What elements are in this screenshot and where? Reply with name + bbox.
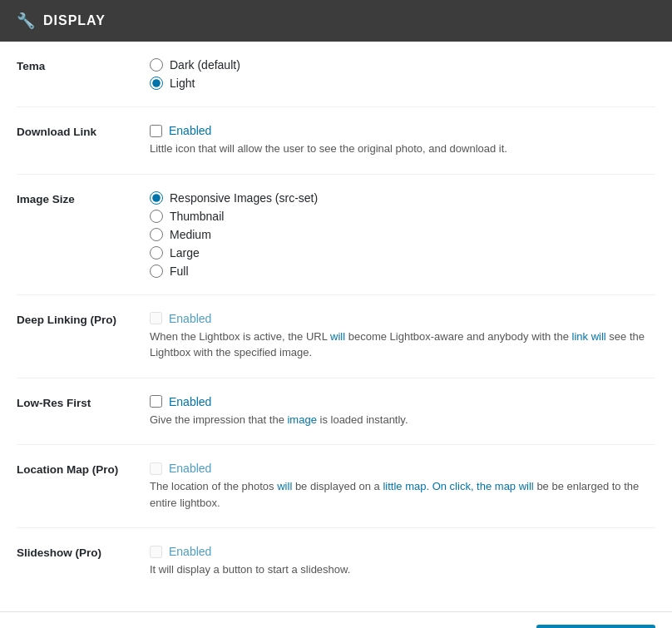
tema-radio-group: Dark (default) Light <box>150 58 655 90</box>
image-size-responsive-option[interactable]: Responsive Images (src-set) <box>150 191 655 205</box>
deep-linking-checkbox-label[interactable]: Enabled <box>169 312 211 325</box>
image-size-medium-radio[interactable] <box>150 228 163 241</box>
download-link-checkbox-label[interactable]: Enabled <box>169 124 211 137</box>
image-size-large-option[interactable]: Large <box>150 246 655 260</box>
slideshow-control: Enabled It will display a button to star… <box>150 545 655 578</box>
tema-dark-label: Dark (default) <box>170 58 240 72</box>
header: 🔧 DISPLAY <box>0 0 672 42</box>
image-size-row: Image Size Responsive Images (src-set) T… <box>17 175 655 295</box>
deep-linking-checkbox[interactable] <box>150 312 162 324</box>
low-res-label: Low-Res First <box>17 395 150 409</box>
page-container: 🔧 DISPLAY Tema Dark (default) Light <box>0 0 672 628</box>
location-map-control: Enabled The location of the photos will … <box>150 462 655 511</box>
image-size-medium-option[interactable]: Medium <box>150 228 655 241</box>
tema-label: Tema <box>17 58 150 72</box>
download-link-row: Download Link Enabled Little icon that w… <box>17 107 655 175</box>
slideshow-row: Slideshow (Pro) Enabled It will display … <box>17 528 655 595</box>
footer: Guardar cambios <box>0 611 672 629</box>
header-title: DISPLAY <box>43 13 106 28</box>
low-res-checkbox-label[interactable]: Enabled <box>169 395 211 408</box>
slideshow-checkbox-label[interactable]: Enabled <box>169 545 211 558</box>
tema-light-radio[interactable] <box>150 77 163 90</box>
image-size-thumbnail-radio[interactable] <box>150 210 163 223</box>
download-link-description: Little icon that will allow the user to … <box>150 141 655 157</box>
low-res-control: Enabled Give the impression that the ima… <box>150 395 655 428</box>
slideshow-checkbox-item: Enabled <box>150 545 655 558</box>
download-link-checkbox[interactable] <box>150 125 162 137</box>
download-link-checkbox-item: Enabled <box>150 124 655 137</box>
deep-linking-label: Deep Linking (Pro) <box>17 312 150 326</box>
image-size-radio-group: Responsive Images (src-set) Thumbnail Me… <box>150 191 655 278</box>
tema-light-option[interactable]: Light <box>150 77 655 90</box>
slideshow-label: Slideshow (Pro) <box>17 545 150 559</box>
location-map-checkbox[interactable] <box>150 462 162 475</box>
tema-row: Tema Dark (default) Light <box>17 42 655 107</box>
tema-control: Dark (default) Light <box>150 58 655 90</box>
location-map-row: Location Map (Pro) Enabled The location … <box>17 445 655 528</box>
image-size-full-label: Full <box>170 265 189 278</box>
low-res-checkbox[interactable] <box>150 395 162 408</box>
download-link-label: Download Link <box>17 124 150 138</box>
low-res-checkbox-item: Enabled <box>150 395 655 408</box>
location-map-label: Location Map (Pro) <box>17 462 150 476</box>
tema-dark-option[interactable]: Dark (default) <box>150 58 655 72</box>
low-res-row: Low-Res First Enabled Give the impressio… <box>17 378 655 446</box>
location-map-description: The location of the photos will be displ… <box>150 478 655 511</box>
deep-linking-control: Enabled When the Lightbox is active, the… <box>150 312 655 361</box>
image-size-large-radio[interactable] <box>150 246 163 260</box>
image-size-responsive-label: Responsive Images (src-set) <box>170 191 318 205</box>
image-size-control: Responsive Images (src-set) Thumbnail Me… <box>150 191 655 278</box>
location-map-checkbox-item: Enabled <box>150 462 655 475</box>
image-size-full-option[interactable]: Full <box>150 265 655 278</box>
image-size-thumbnail-label: Thumbnail <box>170 210 224 223</box>
image-size-large-label: Large <box>170 246 200 260</box>
deep-linking-row: Deep Linking (Pro) Enabled When the Ligh… <box>17 295 655 378</box>
image-size-thumbnail-option[interactable]: Thumbnail <box>150 210 655 223</box>
deep-linking-description: When the Lightbox is active, the URL wil… <box>150 329 655 361</box>
download-link-control: Enabled Little icon that will allow the … <box>150 124 655 157</box>
image-size-medium-label: Medium <box>170 228 211 241</box>
deep-linking-checkbox-item: Enabled <box>150 312 655 325</box>
save-button[interactable]: Guardar cambios <box>536 625 655 629</box>
image-size-label: Image Size <box>17 191 150 205</box>
tema-light-label: Light <box>170 77 195 90</box>
slideshow-checkbox[interactable] <box>150 546 162 558</box>
image-size-full-radio[interactable] <box>150 265 163 278</box>
image-size-responsive-radio[interactable] <box>150 191 163 205</box>
settings-content: Tema Dark (default) Light Download Link <box>0 42 672 611</box>
low-res-description: Give the impression that the image is lo… <box>150 412 655 428</box>
location-map-checkbox-label[interactable]: Enabled <box>169 462 211 475</box>
tema-dark-radio[interactable] <box>150 58 163 72</box>
slideshow-description: It will display a button to start a slid… <box>150 561 655 578</box>
wrench-icon: 🔧 <box>17 12 35 30</box>
